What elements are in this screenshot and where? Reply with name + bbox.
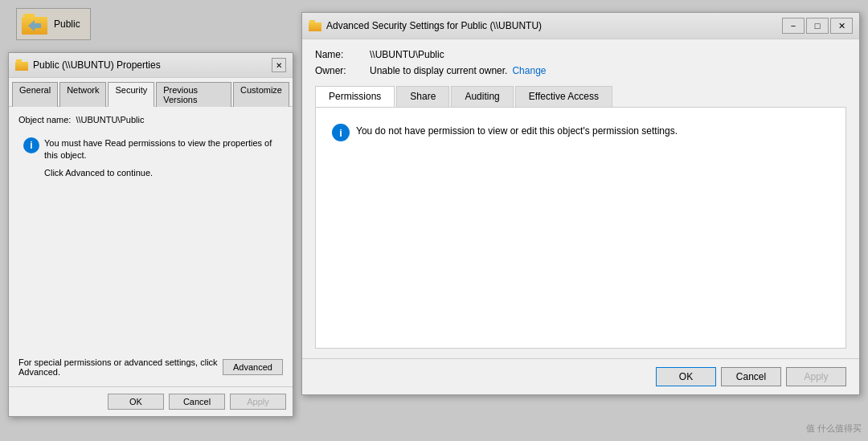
info-icon: i — [23, 137, 39, 153]
security-footer: OK Cancel Apply — [302, 358, 859, 394]
properties-footer: OK Cancel Apply — [9, 386, 293, 416]
security-name-label: Name: — [315, 49, 363, 60]
advanced-button[interactable]: Advanced — [223, 359, 283, 375]
folder-icon — [22, 14, 47, 35]
perm-info-icon: i — [332, 124, 350, 141]
properties-dialog: Public (\\UBUNTU) Properties ✕ General N… — [8, 52, 293, 417]
perm-info-text: You do not have permission to view or ed… — [356, 124, 678, 137]
sec-tab-share[interactable]: Share — [396, 86, 449, 107]
properties-tab-bar: General Network Security Previous Versio… — [9, 78, 293, 106]
security-main-content: Name: \\UBUNTU\Public Owner: Unable to d… — [302, 39, 859, 358]
properties-security-content: Object name: \\UBUNTU\Public i You must … — [9, 106, 293, 386]
watermark: 值 什么值得买 — [806, 423, 862, 435]
permissions-info-box: i You do not have permission to view or … — [326, 117, 836, 148]
security-name-row: Name: \\UBUNTU\Public — [315, 49, 846, 60]
object-name-row: Object name: \\UBUNTU\Public — [18, 115, 283, 125]
tab-network[interactable]: Network — [59, 82, 106, 107]
security-folder-icon — [309, 20, 321, 31]
security-titlebar: Advanced Security Settings for Public (\… — [302, 13, 859, 39]
content-spacer — [18, 192, 283, 353]
properties-title: Public (\\UBUNTU) Properties — [15, 59, 161, 71]
security-owner-row: Owner: Unable to display current owner. … — [315, 65, 846, 76]
security-window-controls: − □ ✕ — [782, 18, 853, 34]
advanced-hint-text: For special permissions or advanced sett… — [18, 357, 223, 377]
info-line2: Click Advanced to continue. — [44, 167, 278, 179]
security-owner-value: Unable to display current owner. — [370, 65, 507, 76]
security-name-value: \\UBUNTU\Public — [370, 49, 444, 60]
properties-cancel-btn[interactable]: Cancel — [169, 394, 225, 410]
security-title: Advanced Security Settings for Public (\… — [309, 20, 542, 31]
object-name-value: \\UBUNTU\Public — [76, 115, 144, 125]
properties-title-text: Public (\\UBUNTU) Properties — [33, 59, 161, 71]
properties-folder-icon — [15, 59, 28, 71]
desktop-folder: Public — [16, 8, 91, 40]
properties-close-btn[interactable]: ✕ — [272, 58, 286, 72]
properties-apply-btn[interactable]: Apply — [230, 394, 286, 410]
properties-ok-btn[interactable]: OK — [108, 394, 164, 410]
security-change-link[interactable]: Change — [512, 65, 546, 76]
desktop-folder-name: Public — [54, 18, 80, 30]
security-settings-dialog: Advanced Security Settings for Public (\… — [301, 12, 860, 395]
object-name-label: Object name: — [18, 115, 71, 125]
info-line1: You must have Read permissions to view t… — [44, 137, 278, 162]
permissions-tab-content: i You do not have permission to view or … — [315, 108, 846, 349]
security-owner-label: Owner: — [315, 65, 363, 76]
security-tab-bar: Permissions Share Auditing Effective Acc… — [315, 86, 846, 108]
properties-controls: ✕ — [272, 58, 286, 72]
info-message: You must have Read permissions to view t… — [44, 137, 278, 179]
svg-marker-0 — [28, 20, 41, 31]
tab-security[interactable]: Security — [108, 82, 154, 107]
tab-general[interactable]: General — [12, 82, 58, 107]
security-ok-btn[interactable]: OK — [656, 367, 716, 386]
security-maximize-btn[interactable]: □ — [806, 18, 829, 34]
sec-tab-auditing[interactable]: Auditing — [451, 86, 513, 107]
security-cancel-btn[interactable]: Cancel — [721, 367, 781, 386]
folder-arrow-icon — [23, 18, 46, 33]
security-title-text: Advanced Security Settings for Public (\… — [326, 20, 542, 31]
sec-tab-effective-access[interactable]: Effective Access — [515, 86, 612, 107]
advanced-row: For special permissions or advanced sett… — [18, 353, 283, 378]
security-close-btn[interactable]: ✕ — [830, 18, 853, 34]
security-minimize-btn[interactable]: − — [782, 18, 805, 34]
properties-titlebar: Public (\\UBUNTU) Properties ✕ — [9, 53, 293, 78]
tab-previous-versions[interactable]: Previous Versions — [156, 82, 231, 107]
security-apply-btn[interactable]: Apply — [786, 367, 846, 386]
read-permissions-info: i You must have Read permissions to view… — [18, 131, 283, 186]
sec-tab-permissions[interactable]: Permissions — [315, 86, 395, 107]
tab-customize[interactable]: Customize — [233, 82, 289, 107]
